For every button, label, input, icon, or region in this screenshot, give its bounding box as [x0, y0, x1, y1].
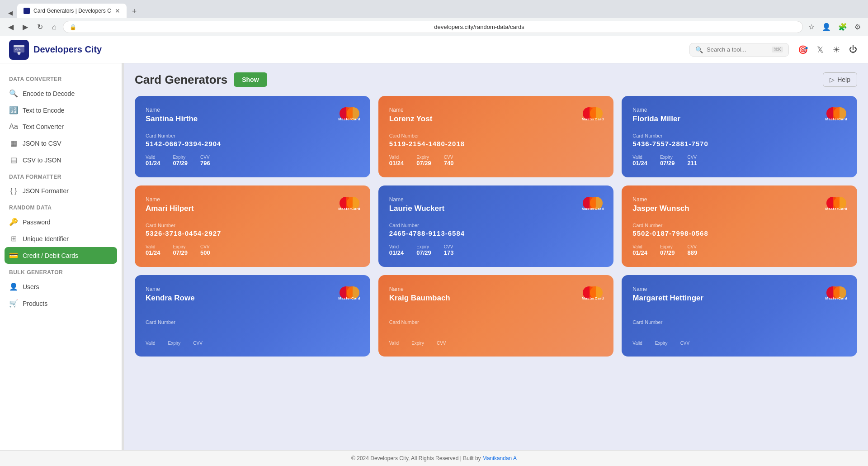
browser-tab-active[interactable]: Card Generators | Developers C ✕ [17, 4, 127, 18]
card-valid-label-9: Valid [632, 341, 642, 346]
forward-button[interactable]: ▶ [20, 21, 31, 33]
mastercard-logo-2: MasterCard [583, 107, 603, 120]
card-top-9: Name Margarett Hettinger MasterCard [632, 286, 846, 303]
card-cvv-label-3: CVV [687, 155, 697, 160]
card-expiry-field-3: Expiry 07/29 [660, 155, 675, 166]
card-expiry-label-1: Expiry [173, 155, 188, 160]
card-number-label-7: Card Number [146, 319, 359, 325]
card-cvv-field-4: CVV 500 [200, 244, 210, 256]
card-name-label-7: Name [146, 286, 195, 292]
card-top-2: Name Lorenz Yost MasterCard [389, 107, 603, 124]
footer-link[interactable]: Manikandan A [482, 455, 517, 461]
sidebar-item-password[interactable]: 🔑Password [0, 214, 122, 230]
card-number-value-4: 5326-3718-0454-2927 [146, 229, 359, 237]
card-number-section-2: Card Number 5119-2154-1480-2018 [389, 133, 603, 147]
card-name-section-4: Name Amari Hilpert [146, 196, 194, 213]
card-expiry-field-2: Expiry 07/29 [416, 155, 431, 166]
card-top-5: Name Laurie Wuckert MasterCard [389, 196, 603, 213]
sidebar-item-json-to-csv[interactable]: ▦JSON to CSV [0, 135, 122, 152]
sidebar-item-users[interactable]: 👤Users [0, 278, 122, 295]
logo-svg: </> [13, 43, 25, 56]
credit-card-5: Name Laurie Wuckert MasterCard Card Numb… [378, 185, 614, 267]
new-tab-button[interactable]: + [128, 5, 141, 18]
bookmarks-button[interactable]: ☆ [807, 21, 816, 33]
mc-text-8: MasterCard [581, 296, 604, 300]
target-icon[interactable]: 🎯 [796, 43, 810, 57]
card-expiry-value-1: 07/29 [173, 160, 188, 166]
sidebar-section-data-converter: Data Converter [0, 71, 122, 85]
mastercard-logo-7: MasterCard [340, 286, 359, 300]
card-expiry-label-9: Expiry [655, 341, 668, 346]
power-button[interactable]: ⏻ [847, 43, 859, 56]
card-name-section-3: Name Florida Miller [632, 107, 680, 124]
show-button[interactable]: Show [234, 72, 267, 87]
search-input[interactable] [707, 46, 768, 53]
footer-text: © 2024 Developers City, All Rights Reser… [351, 455, 482, 461]
json-to-csv-label: JSON to CSV [23, 140, 61, 147]
card-bottom-5: Valid 01/24 Expiry 07/29 CVV 173 [389, 244, 603, 256]
sidebar-item-text-to-encode[interactable]: 🔢Text to Encode [0, 102, 122, 119]
text-converter-label: Text Converter [23, 123, 64, 130]
address-bar-url: developers.city/random-data/cards [434, 24, 796, 30]
card-number-section-5: Card Number 2465-4788-9113-6584 [389, 223, 603, 237]
card-name-label-9: Name [632, 286, 703, 292]
card-name-value-5: Laurie Wuckert [389, 204, 445, 213]
credit-card-8: Name Kraig Baumbach MasterCard Card Numb… [378, 275, 614, 357]
sidebar-item-encode-to-decode[interactable]: 🔍Encode to Decode [0, 85, 122, 102]
card-number-label-4: Card Number [146, 223, 359, 228]
sidebar-item-json-formatter[interactable]: { }JSON Formatter [0, 183, 122, 199]
extensions-button[interactable]: 🧩 [836, 21, 849, 33]
card-number-label-5: Card Number [389, 223, 603, 228]
credit-card-2: Name Lorenz Yost MasterCard Card Number … [378, 96, 614, 177]
card-expiry-value-3: 07/29 [660, 160, 675, 166]
card-cvv-label-4: CVV [200, 244, 210, 249]
settings-button[interactable]: ⚙ [853, 21, 863, 33]
products-icon: 🛒 [9, 299, 18, 308]
card-expiry-field-6: Expiry 07/29 [660, 244, 675, 256]
back-button[interactable]: ◀ [5, 21, 16, 33]
logo-text: Developers City [33, 44, 102, 55]
sidebar-item-unique-identifier[interactable]: ⊞Unique Identifier [0, 230, 122, 247]
card-name-value-1: Santina Hirthe [146, 114, 198, 124]
address-bar[interactable]: 🔒 developers.city/random-data/cards [63, 21, 803, 33]
theme-toggle[interactable]: ☀ [831, 43, 842, 57]
card-expiry-field-5: Expiry 07/29 [416, 244, 431, 256]
card-valid-field-4: Valid 01/24 [146, 244, 160, 256]
layout-body: Data Converter🔍Encode to Decode🔢Text to … [0, 63, 868, 450]
tab-prev[interactable]: ◀ [5, 8, 15, 18]
users-icon: 👤 [9, 282, 18, 291]
card-cvv-value-2: 740 [444, 160, 454, 166]
products-label: Products [23, 300, 47, 307]
mc-text-9: MasterCard [825, 296, 848, 300]
card-name-section-7: Name Kendra Rowe [146, 286, 195, 303]
search-kbd: ⌘K [772, 47, 783, 52]
sidebar-item-text-converter[interactable]: AaText Converter [0, 119, 122, 135]
sidebar-item-products[interactable]: 🛒Products [0, 295, 122, 312]
header-search[interactable]: 🔍 ⌘K [689, 43, 789, 57]
help-button[interactable]: ▷ Help [823, 72, 857, 87]
card-name-value-3: Florida Miller [632, 114, 680, 124]
profile-button[interactable]: 👤 [820, 21, 833, 33]
twitter-icon[interactable]: 𝕏 [815, 43, 826, 57]
card-top-6: Name Jasper Wunsch MasterCard [632, 196, 846, 213]
sidebar-item-csv-to-json[interactable]: ▤CSV to JSON [0, 152, 122, 168]
card-name-label-5: Name [389, 196, 445, 203]
home-button[interactable]: ⌂ [49, 21, 59, 33]
tab-close-button[interactable]: ✕ [115, 7, 120, 14]
card-valid-field-8: Valid [389, 341, 399, 346]
card-expiry-field-4: Expiry 07/29 [173, 244, 188, 256]
card-name-section-5: Name Laurie Wuckert [389, 196, 445, 213]
sidebar-item-credit-debit-cards[interactable]: 💳Credit / Debit Cards [5, 247, 117, 264]
mc-text-4: MasterCard [338, 207, 361, 211]
refresh-button[interactable]: ↻ [34, 21, 46, 33]
app-footer: © 2024 Developers City, All Rights Reser… [0, 450, 868, 466]
mc-text-1: MasterCard [338, 117, 361, 121]
mastercard-circles-4: MasterCard [340, 196, 359, 210]
card-valid-label-3: Valid [632, 155, 647, 160]
card-valid-value-4: 01/24 [146, 249, 160, 256]
card-valid-value-6: 01/24 [632, 249, 647, 256]
card-expiry-field-9: Expiry [655, 341, 668, 346]
mastercard-logo-4: MasterCard [340, 196, 359, 210]
card-cvv-label-2: CVV [444, 155, 454, 160]
card-top-7: Name Kendra Rowe MasterCard [146, 286, 359, 303]
